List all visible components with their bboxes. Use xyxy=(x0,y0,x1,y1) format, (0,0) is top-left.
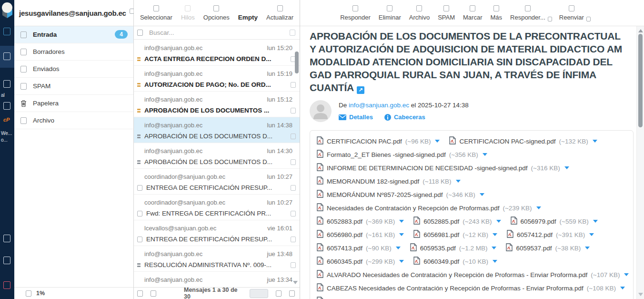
cpanel-logo[interactable]: cP xyxy=(3,117,10,123)
attachment-dropdown-caret[interactable] xyxy=(493,260,497,263)
sender-email-link[interactable]: info@sanjuan.gob.ec xyxy=(349,102,409,109)
rail-icon-logout[interactable] xyxy=(3,281,10,289)
message-row[interactable]: info@sanjuan.gob.eclun 15:19AUTORIZACION… xyxy=(134,66,300,92)
attachment-dropdown-caret[interactable] xyxy=(585,247,590,249)
attachment-dropdown-caret[interactable] xyxy=(399,220,404,223)
message-row[interactable]: info@sanjuan.gob.eclun 15:12APROBACIÓN D… xyxy=(134,92,300,117)
rail-truncated-label-2[interactable]: We... xyxy=(1,131,12,136)
rail-icon-3[interactable] xyxy=(3,102,10,110)
footer-prev-page-icon[interactable] xyxy=(151,290,156,297)
attachment-item[interactable]: CERTIFICACION PAC-signed.pdf(~132 KB) xyxy=(449,134,597,148)
attachment-item[interactable]: MEMORÁNDUM Nº857-2025-signed.pdf(~346 KB… xyxy=(317,188,484,201)
message-flag-icon[interactable] xyxy=(291,237,296,242)
attachment-dropdown-caret[interactable] xyxy=(492,247,496,249)
attachment-dropdown-caret[interactable] xyxy=(564,166,569,169)
message-row[interactable]: info@sanjuan.gob.eclun 15:20ACTA ENTREGA… xyxy=(134,40,300,66)
reader-archivo-button[interactable]: Archivo xyxy=(409,5,430,21)
open-in-new-window-icon[interactable]: ↗ xyxy=(357,86,364,94)
attachment-item[interactable]: INFORME DE DETERMINACION DE NECESIDAD -s… xyxy=(317,161,569,175)
attachment-item[interactable]: 6057413.pdf(~90 KB) xyxy=(317,241,401,255)
message-row[interactable]: coordinador@sanjuan.gob.eclun 10:27Fwd: … xyxy=(134,195,300,220)
search-options-icon[interactable] xyxy=(290,30,295,36)
list-scroll-down-arrow[interactable] xyxy=(293,281,298,284)
attachment-item[interactable]: 6056981.pdf(~12 KB) xyxy=(413,228,497,241)
attachment-dropdown-caret[interactable] xyxy=(456,180,461,183)
message-row[interactable]: info@sanjuan.gob.eclun 14:38APROBACIÓN D… xyxy=(134,117,300,143)
message-flag-icon[interactable] xyxy=(291,185,296,191)
scroll-down-arrow[interactable] xyxy=(638,293,643,296)
attachment-item[interactable]: Formato_2_ET Bienes -signed-signed.pdf(~… xyxy=(317,148,487,161)
attachment-item[interactable]: Necesidades de Contratación y Recepción … xyxy=(317,201,541,215)
attachment-dropdown-caret[interactable] xyxy=(589,233,594,236)
attachment-dropdown-caret[interactable] xyxy=(483,153,487,156)
rail-truncated-label-1[interactable]: al xyxy=(1,93,5,98)
message-flag-icon[interactable] xyxy=(291,211,296,217)
attachment-item[interactable]: 6056980.pdf(~161 KB) xyxy=(317,228,404,241)
reader-scrollbar-thumb[interactable] xyxy=(638,34,643,127)
attachment-dropdown-caret[interactable] xyxy=(396,247,401,249)
attachment-item[interactable]: CERTIFICACION PAC.pdf(~96 KB) xyxy=(317,134,440,148)
message-row[interactable]: info@sanjuan.gob.ecjue 13:48RESOLUCIÓN A… xyxy=(134,246,300,272)
attachment-item[interactable]: 6060345.pdf(~299 KB) xyxy=(317,255,404,268)
attachment-item[interactable]: 6059537.pdf(~38 KB) xyxy=(506,241,590,255)
sidebar-item-archivo[interactable]: Archivo xyxy=(14,112,133,129)
attachment-item[interactable]: 6052883.pdf(~369 KB) xyxy=(317,215,404,228)
attachment-dropdown-caret[interactable] xyxy=(480,193,484,196)
sidebar-item-spam[interactable]: SPAM xyxy=(14,78,133,95)
message-flag-icon[interactable] xyxy=(291,159,296,165)
attachment-dropdown-caret[interactable] xyxy=(399,260,404,263)
rail-icon-1[interactable] xyxy=(3,28,10,35)
list-opciones-button[interactable]: Opciones xyxy=(203,5,230,21)
attachment-item[interactable]: MEMORANDUM 182-signed.pdf(~118 KB) xyxy=(317,175,461,188)
rail-icon-active[interactable] xyxy=(3,52,10,60)
list-seleccionar-button[interactable]: Seleccionar xyxy=(140,5,172,21)
sogo-logo[interactable] xyxy=(1,1,14,21)
rail-icon-4[interactable] xyxy=(3,235,10,242)
attachment-dropdown-caret[interactable] xyxy=(620,287,625,289)
rail-icon-5[interactable] xyxy=(3,257,10,264)
reader-reenviar-button[interactable]: Reenviar xyxy=(559,5,584,21)
message-flag-icon[interactable] xyxy=(291,134,296,139)
rail-icon-2[interactable] xyxy=(3,80,10,88)
attachment-item[interactable]: 6056979.pdf(~559 KB) xyxy=(511,215,598,228)
scroll-up-arrow[interactable] xyxy=(638,29,643,32)
attachment-item[interactable]: 6057412.pdf(~391 KB) xyxy=(507,228,594,241)
attachment-item[interactable]: 6060349.pdf(~10 KB) xyxy=(413,255,497,268)
list-empty-button[interactable]: Empty xyxy=(238,5,258,21)
attachment-item[interactable]: 6052885.pdf(~243 KB) xyxy=(413,215,501,228)
attachment-dropdown-caret[interactable] xyxy=(493,233,497,236)
attachment-dropdown-caret[interactable] xyxy=(435,140,440,143)
attachment-item[interactable]: CARRERA Necesidades de Contratación y Re… xyxy=(317,295,625,299)
toolbar-extra-dropdown-icon[interactable] xyxy=(548,17,552,21)
attachment-dropdown-caret[interactable] xyxy=(496,220,501,223)
attachment-dropdown-caret[interactable] xyxy=(399,233,404,236)
select-all-checkbox[interactable] xyxy=(137,30,143,36)
message-row[interactable]: info@sanjuan.gob.ecjue 13:34 xyxy=(134,272,300,287)
details-link[interactable]: Detalles xyxy=(339,113,373,121)
sidebar-item-papelera[interactable]: Papelera xyxy=(14,95,133,112)
reader-responder-button[interactable]: Responder xyxy=(340,5,371,21)
list-actualizar-button[interactable]: Actualizar xyxy=(266,5,293,21)
attachment-item[interactable]: CABEZAS Necesidades de Contratación y Re… xyxy=(317,281,625,295)
reader-spam-button[interactable]: SPAM xyxy=(438,5,455,21)
message-row[interactable]: lcevallos@sanjuan.gob.ecvie 16:01ENTREGA… xyxy=(134,220,300,246)
reader-scrollbar[interactable] xyxy=(636,26,644,299)
sidebar-item-entrada[interactable]: Entrada4 xyxy=(14,26,133,43)
attachment-item[interactable]: 6059535.pdf(~1.2 MB) xyxy=(410,241,497,255)
list-hilos-button[interactable]: Hilos xyxy=(181,5,195,21)
reader-responder-button[interactable]: Responder... xyxy=(510,5,545,21)
attachment-dropdown-caret[interactable] xyxy=(593,220,598,223)
attachment-item[interactable]: ALVARADO Necesidades de Contratación y R… xyxy=(317,268,629,281)
rail-truncated-label-3[interactable]: o... xyxy=(1,137,8,143)
reader-eliminar-button[interactable]: Eliminar xyxy=(379,5,401,21)
reader-más-button[interactable]: Más xyxy=(490,5,502,21)
sidebar-item-borradores[interactable]: Borradores xyxy=(14,43,133,61)
message-row[interactable]: coordinador@sanjuan.gob.eclun 10:27ENTRE… xyxy=(134,169,300,195)
message-flag-icon[interactable] xyxy=(291,262,296,268)
headers-link[interactable]: Cabeceras xyxy=(384,113,425,121)
message-flag-icon[interactable] xyxy=(291,108,296,113)
toolbar-extra-dropdown-icon[interactable] xyxy=(586,17,591,21)
sidebar-item-enviados[interactable]: Enviados xyxy=(14,61,133,78)
message-row[interactable]: info@sanjuan.gob.eclun 14:30APROBACIÓN D… xyxy=(134,143,300,169)
footer-next-page-icon[interactable] xyxy=(276,290,282,297)
